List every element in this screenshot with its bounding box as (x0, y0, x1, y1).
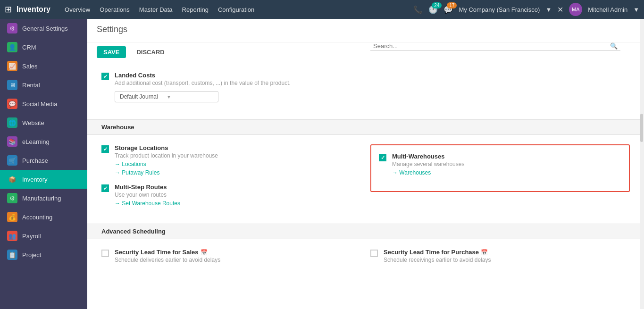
sidebar-item-sales[interactable]: 📈 Sales (0, 57, 87, 75)
landed-costs-title: Landed Costs (115, 72, 630, 79)
sidebar-label-crm: CRM (22, 44, 36, 51)
multi-warehouses-checkbox[interactable] (379, 154, 386, 161)
security-lead-purchase-checkbox[interactable] (370, 250, 378, 257)
sidebar-label-website: Website (22, 119, 44, 126)
crm-icon: 👤 (7, 42, 17, 52)
main-content: Settings 🔍 SAVE DISCARD Landed Costs Add… (87, 19, 644, 309)
sidebar-item-purchase[interactable]: 🛒 Purchase (0, 151, 87, 170)
sidebar-item-general-settings[interactable]: ⚙ General Settings (0, 19, 87, 38)
warehouse-two-col: Storage Locations Track product location… (87, 135, 644, 224)
page-title: Settings (97, 25, 635, 34)
security-lead-purchase-desc: Schedule receivings earlier to avoid del… (384, 257, 630, 263)
accounting-icon: 💰 (7, 212, 17, 222)
landed-costs-section: Landed Costs Add additional cost (transp… (87, 62, 644, 119)
sidebar-label-project: Project (22, 251, 41, 259)
nav-links: Overview Operations Master Data Reportin… (65, 6, 413, 13)
warehouse-right-col: Multi-Warehouses Manage several warehous… (370, 144, 630, 192)
sidebar-label-manufacturing: Manufacturing (22, 195, 61, 202)
user-name[interactable]: Mitchell Admin (588, 6, 627, 13)
search-input[interactable] (373, 42, 610, 50)
sidebar-item-manufacturing[interactable]: ⚙ Manufacturing (0, 189, 87, 208)
sidebar-item-project[interactable]: 📋 Project (0, 245, 87, 264)
scrollbar[interactable] (640, 19, 644, 309)
chat-badge-icon[interactable]: 💬17 (443, 5, 453, 14)
multi-step-routes-desc: Use your own routes (115, 192, 361, 198)
multi-step-routes-info: Multi-Step Routes Use your own routes Se… (115, 184, 361, 207)
nav-operations[interactable]: Operations (100, 6, 130, 13)
landed-costs-desc: Add additional cost (transport, customs,… (115, 80, 630, 86)
locations-link[interactable]: Locations (115, 161, 361, 167)
security-lead-sales-title: Security Lead Time for Sales 📅 (115, 249, 361, 256)
sidebar-item-rental[interactable]: 🖥 Rental (0, 75, 87, 94)
settings-content-area: Landed Costs Add additional cost (transp… (87, 62, 644, 309)
security-lead-sales-desc: Schedule deliveries earlier to avoid del… (115, 257, 361, 263)
advanced-scheduling-title: Advanced Scheduling (101, 228, 166, 235)
app-title: Inventory (17, 5, 50, 14)
discard-button[interactable]: DISCARD (130, 46, 171, 58)
warehouse-left-col: Storage Locations Track product location… (101, 144, 361, 214)
chat-badge-count: 17 (447, 2, 457, 8)
sidebar-item-accounting[interactable]: 💰 Accounting (0, 208, 87, 226)
sidebar-label-accounting: Accounting (22, 214, 52, 221)
security-lead-purchase-row: Security Lead Time for Purchase 📅 Schedu… (370, 249, 630, 263)
default-journal-label: Default Journal (120, 93, 167, 100)
landed-costs-info: Landed Costs Add additional cost (transp… (115, 72, 630, 102)
clock-badge-icon[interactable]: 🕐24 (428, 5, 438, 14)
set-warehouse-routes-link[interactable]: Set Warehouse Routes (115, 200, 361, 207)
manufacturing-icon: ⚙ (7, 193, 17, 203)
sidebar-label-social-media: Social Media (22, 100, 57, 108)
phone-icon[interactable]: 📞 (413, 5, 423, 14)
company-dropdown-icon[interactable]: ▼ (545, 6, 552, 13)
multi-warehouses-info: Multi-Warehouses Manage several warehous… (392, 153, 621, 176)
sidebar-item-inventory[interactable]: 📦 Inventory (0, 170, 87, 189)
security-lead-sales-checkbox[interactable] (101, 250, 109, 257)
calendar-icon-purchase: 📅 (481, 249, 488, 256)
sidebar-label-general-settings: General Settings (22, 25, 68, 32)
nav-configuration[interactable]: Configuration (218, 6, 254, 13)
advanced-scheduling-section-header: Advanced Scheduling (87, 224, 644, 239)
close-icon[interactable]: ✕ (557, 5, 563, 14)
apps-grid-icon[interactable]: ⊞ (5, 4, 12, 15)
warehouses-link[interactable]: Warehouses (392, 169, 621, 176)
inventory-icon: 📦 (7, 174, 17, 184)
header-bar: Settings 🔍 (87, 19, 644, 42)
sidebar-item-website[interactable]: 🌐 Website (0, 113, 87, 132)
dropdown-arrow-icon: ▼ (167, 94, 213, 100)
landed-costs-row: Landed Costs Add additional cost (transp… (101, 72, 630, 102)
security-lead-sales-row: Security Lead Time for Sales 📅 Schedule … (101, 249, 361, 263)
save-button[interactable]: SAVE (97, 46, 126, 58)
multi-step-routes-checkbox[interactable] (101, 184, 109, 192)
sidebar-label-purchase: Purchase (22, 157, 48, 164)
nav-master-data[interactable]: Master Data (139, 6, 173, 13)
sidebar-label-rental: Rental (22, 82, 40, 89)
top-navigation: ⊞ Inventory Overview Operations Master D… (0, 0, 644, 19)
landed-costs-checkbox[interactable] (101, 73, 109, 80)
website-icon: 🌐 (7, 117, 17, 128)
user-dropdown-icon[interactable]: ▼ (633, 6, 639, 13)
storage-locations-checkbox[interactable] (101, 145, 109, 153)
calendar-icon-sales: 📅 (201, 249, 208, 256)
sidebar-item-payroll[interactable]: 👥 Payroll (0, 226, 87, 245)
search-container: 🔍 (370, 42, 620, 51)
search-icon[interactable]: 🔍 (610, 42, 618, 50)
warehouse-section-header: Warehouse (87, 119, 644, 135)
default-journal-dropdown[interactable]: Default Journal ▼ (115, 91, 218, 102)
security-lead-purchase-info: Security Lead Time for Purchase 📅 Schedu… (384, 249, 630, 263)
sidebar: ⚙ General Settings 👤 CRM 📈 Sales 🖥 Renta… (0, 19, 87, 309)
sidebar-item-elearning[interactable]: 📚 eLearning (0, 132, 87, 151)
storage-locations-info: Storage Locations Track product location… (115, 144, 361, 176)
sidebar-item-crm[interactable]: 👤 CRM (0, 38, 87, 57)
nav-right-area: 📞 🕐24 💬17 My Company (San Francisco) ▼ ✕… (413, 3, 639, 16)
multi-warehouses-desc: Manage several warehouses (392, 161, 621, 167)
nav-overview[interactable]: Overview (65, 6, 90, 13)
nav-reporting[interactable]: Reporting (182, 6, 209, 13)
general-settings-icon: ⚙ (7, 23, 17, 33)
company-name[interactable]: My Company (San Francisco) (459, 6, 540, 13)
advanced-scheduling-two-col: Security Lead Time for Sales 📅 Schedule … (87, 239, 644, 280)
scrollbar-thumb[interactable] (640, 114, 643, 142)
storage-locations-desc: Track product location in your warehouse (115, 152, 361, 159)
user-avatar[interactable]: MA (569, 3, 582, 16)
sidebar-label-sales: Sales (22, 63, 38, 70)
sidebar-item-social-media[interactable]: 💬 Social Media (0, 94, 87, 113)
putaway-rules-link[interactable]: Putaway Rules (115, 169, 361, 176)
